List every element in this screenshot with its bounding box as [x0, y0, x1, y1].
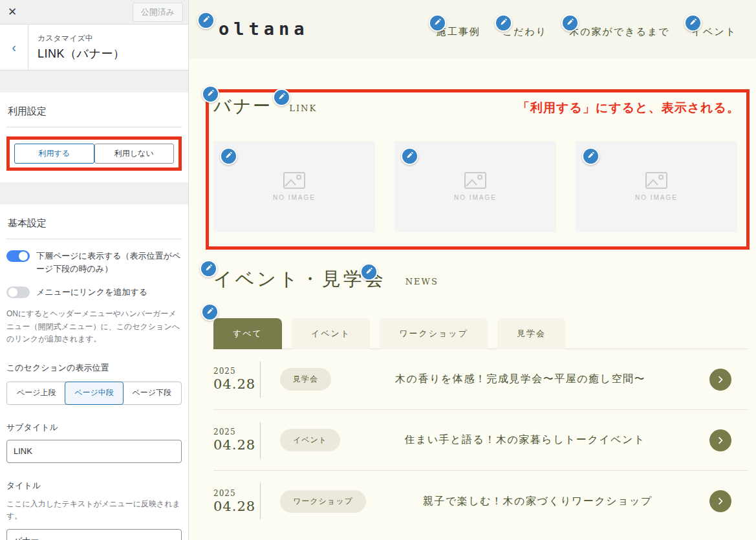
back-button[interactable]: ‹	[0, 25, 28, 70]
no-image-label: NO IMAGE	[635, 194, 678, 201]
usage-settings-heading: 利用設定	[6, 102, 182, 127]
banner-heading-row: バナー LINK 「利用する」にすると、表示される。	[213, 94, 740, 118]
news-date: 2025 04.28	[213, 489, 260, 514]
news-arrow-button[interactable]	[709, 429, 731, 451]
subtitle-input[interactable]	[6, 440, 182, 463]
tab-workshop[interactable]: ワークショップ	[380, 318, 488, 349]
site-logo[interactable]: oltana	[219, 19, 309, 39]
annotation-text: 「利用する」にすると、表示される。	[517, 100, 740, 116]
edit-icon[interactable]	[495, 14, 512, 32]
chevron-right-icon	[717, 497, 724, 505]
image-placeholder-icon	[464, 172, 486, 189]
no-image-label: NO IMAGE	[454, 194, 497, 201]
news-row[interactable]: 2025 04.28 見学会 木の香りを体感！完成見学会〜平屋の癒し空間〜	[213, 349, 748, 410]
banner-placeholder-row: NO IMAGE NO IMAGE NO IMAGE	[213, 141, 737, 232]
no-image-label: NO IMAGE	[273, 194, 316, 201]
breadcrumb: カスタマイズ中	[38, 33, 125, 44]
category-badge: 見学会	[280, 368, 331, 391]
basic-settings-heading: 基本設定	[6, 213, 182, 239]
edit-icon[interactable]	[273, 89, 290, 106]
edit-icon[interactable]	[200, 260, 217, 277]
news-year: 2025	[213, 427, 260, 437]
site-nav: 施工事例 こだわり 木の家ができるまで イベント	[437, 26, 737, 38]
toggle-row-subpage: 下層ページに表示する（表示位置がページ下段の時のみ）	[6, 250, 182, 275]
menu-link-toggle[interactable]	[6, 286, 30, 298]
news-item-title: 親子で楽しむ！木の家づくりワークショップ	[366, 495, 709, 508]
news-heading-row: イベント・見学会 NEWS	[213, 266, 438, 292]
edit-icon[interactable]	[201, 303, 219, 321]
site-preview: oltana 施工事例 こだわり 木の家ができるまで イベント バナー	[189, 0, 756, 540]
position-segmented-control: ページ上段 ページ中段 ページ下段	[6, 382, 182, 405]
edit-icon[interactable]	[360, 263, 378, 281]
title-help-text: ここに入力したテキストがメニューに反映されます。	[6, 498, 182, 523]
category-badge: ワークショップ	[280, 490, 366, 513]
news-row[interactable]: 2025 04.28 ワークショップ 親子で楽しむ！木の家づくりワークショップ	[213, 471, 748, 532]
menu-link-help-text: ONにするとヘッダーメニューやハンバーガーメニュー（開閉式メニュー）に、このセク…	[6, 308, 182, 345]
customizer-topbar: ✕ 公開済み	[0, 0, 188, 25]
news-date: 2025 04.28	[213, 427, 260, 453]
news-arrow-button[interactable]	[709, 490, 731, 512]
position-label: このセクションの表示位置	[6, 362, 182, 374]
category-badge: イベント	[280, 429, 340, 451]
toggle-row-menu-link: メニューにリンクを追加する	[6, 286, 182, 299]
annotation-highlight-box: 利用する 利用しない	[6, 136, 182, 171]
tab-event[interactable]: イベント	[292, 318, 370, 349]
banner-image-placeholder[interactable]: NO IMAGE	[576, 141, 737, 232]
news-item-title: 木の香りを体感！完成見学会〜平屋の癒し空間〜	[331, 373, 709, 386]
divider	[260, 362, 261, 398]
toggle-label: メニューにリンクを追加する	[36, 286, 147, 299]
divider	[260, 483, 261, 519]
toggle-label: 下層ページに表示する（表示位置がページ下段の時のみ）	[36, 250, 182, 275]
divider	[260, 422, 261, 459]
edit-icon[interactable]	[684, 14, 702, 32]
usage-settings-section: 利用設定 利用する 利用しない	[0, 92, 188, 182]
chevron-left-icon: ‹	[12, 40, 16, 55]
nav-item-works[interactable]: 施工事例	[437, 26, 481, 38]
edit-icon[interactable]	[197, 12, 215, 29]
toggle-knob	[8, 288, 17, 297]
panel-title-block: カスタマイズ中 LINK（バナー）	[28, 25, 134, 70]
subtitle-label: サブタイトル	[6, 422, 182, 433]
news-tabs: すべて イベント ワークショップ 見学会	[213, 318, 565, 349]
toggle-knob	[19, 252, 28, 261]
news-row[interactable]: 2025 04.28 イベント 住まい手と語る！木の家暮らしトークイベント	[213, 410, 748, 471]
use-option-button[interactable]: 利用する	[14, 144, 94, 164]
news-year: 2025	[213, 367, 260, 376]
nav-item-kodawari[interactable]: こだわり	[502, 26, 547, 38]
nav-label: 木の家ができるまで	[569, 26, 669, 38]
site-header: oltana 施工事例 こだわり 木の家ができるまで イベント	[189, 0, 756, 57]
position-top-button[interactable]: ページ上段	[7, 382, 65, 404]
news-list: 2025 04.28 見学会 木の香りを体感！完成見学会〜平屋の癒し空間〜 20…	[213, 349, 748, 532]
edit-icon[interactable]	[220, 147, 237, 165]
news-item-title: 住まい手と語る！木の家暮らしトークイベント	[340, 433, 709, 447]
edit-icon[interactable]	[401, 147, 418, 165]
title-input[interactable]	[6, 529, 182, 540]
position-bottom-button[interactable]: ページ下段	[123, 382, 181, 404]
close-icon[interactable]: ✕	[0, 0, 25, 24]
edit-icon[interactable]	[202, 85, 219, 103]
panel-header: ‹ カスタマイズ中 LINK（バナー）	[0, 25, 188, 70]
page-title: LINK（バナー）	[38, 46, 125, 61]
banner-section-title: バナー	[213, 94, 272, 118]
chevron-right-icon	[717, 376, 724, 383]
nav-item-event[interactable]: イベント	[692, 26, 737, 38]
nav-item-process[interactable]: 木の家ができるまで	[569, 26, 669, 38]
not-use-option-button[interactable]: 利用しない	[94, 144, 175, 164]
news-arrow-button[interactable]	[709, 369, 731, 391]
tab-all[interactable]: すべて	[213, 318, 282, 349]
banner-section-subtitle: LINK	[289, 103, 317, 113]
edit-icon[interactable]	[561, 14, 579, 32]
news-day: 04.28	[213, 376, 260, 392]
banner-image-placeholder[interactable]: NO IMAGE	[213, 141, 375, 232]
position-middle-button[interactable]: ページ中段	[65, 382, 123, 405]
news-date: 2025 04.28	[213, 367, 260, 392]
image-placeholder-icon	[645, 172, 667, 189]
title-label: タイトル	[6, 480, 182, 491]
banner-image-placeholder[interactable]: NO IMAGE	[394, 141, 556, 232]
edit-icon[interactable]	[582, 147, 599, 165]
basic-settings-section: 基本設定 下層ページに表示する（表示位置がページ下段の時のみ） メニューにリンク…	[0, 204, 188, 540]
tab-tour[interactable]: 見学会	[497, 318, 565, 349]
publish-button[interactable]: 公開済み	[133, 3, 183, 22]
edit-icon[interactable]	[429, 14, 446, 32]
subpage-toggle[interactable]	[6, 250, 30, 262]
